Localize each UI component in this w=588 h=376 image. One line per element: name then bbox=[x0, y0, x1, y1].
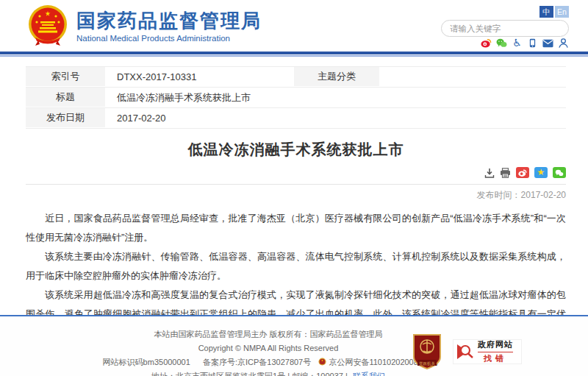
print-icon[interactable] bbox=[500, 168, 511, 178]
header-divider bbox=[0, 52, 588, 57]
gov-badge-label: 党政机关 bbox=[419, 361, 436, 366]
share-wechat-icon[interactable] bbox=[553, 167, 566, 178]
police-badge-icon bbox=[318, 358, 326, 366]
email-icon[interactable] bbox=[542, 38, 553, 49]
publish-date-value: 2017-02-20 bbox=[107, 108, 566, 128]
title-divider bbox=[26, 184, 566, 185]
find-error-text: 政府网站 找错 bbox=[478, 339, 513, 364]
publish-time-value: 2017-02-20 bbox=[521, 190, 566, 200]
brand-text: 国家药品监督管理局 National Medical Products Admi… bbox=[76, 10, 262, 43]
page-title: 低温冷冻消融手术系统获批上市 bbox=[26, 140, 566, 160]
national-emblem-logo bbox=[28, 5, 68, 46]
document-info-table: 索引号 DTXX-2017-10331 主题分类 标题 低温冷冻消融手术系统获批… bbox=[26, 66, 566, 129]
header: 国家药品监督管理局 National Medical Products Admi… bbox=[0, 0, 588, 52]
gov-site-find-error-badge[interactable]: 政府网站 找错 bbox=[453, 339, 522, 364]
search-box bbox=[441, 20, 569, 37]
lang-zh-button[interactable]: 中 bbox=[539, 6, 553, 18]
table-row: 索引号 DTXX-2017-10331 主题分类 bbox=[26, 67, 566, 88]
index-number-label: 索引号 bbox=[26, 67, 107, 87]
article-toolbar: ★ bbox=[26, 166, 566, 179]
title-value: 低温冷冻消融手术系统获批上市 bbox=[107, 88, 566, 107]
publish-time: 发布时间：2017-02-20 bbox=[26, 189, 566, 202]
address-text: 地址：北京市西城区展览路北露园1号 | 邮编：100037 | bbox=[151, 372, 348, 376]
topic-category-value bbox=[381, 67, 566, 87]
topic-category-label: 主题分类 bbox=[294, 67, 381, 87]
accessibility-icon[interactable]: ♿ bbox=[512, 38, 523, 49]
site-title: 国家药品监督管理局 bbox=[76, 10, 262, 32]
index-number-value: DTXX-2017-10331 bbox=[107, 67, 293, 87]
site-brand[interactable]: 国家药品监督管理局 National Medical Products Admi… bbox=[28, 5, 262, 46]
paragraph: 该系统主要由冷冻消融针、传输管路、低温容器、高温容器、流体电气控制系统、计算机控… bbox=[26, 247, 566, 285]
title-label: 标题 bbox=[26, 88, 107, 107]
wechat-icon[interactable] bbox=[496, 38, 507, 49]
find-error-line2: 找错 bbox=[478, 353, 513, 364]
publish-time-label: 发布时间： bbox=[477, 190, 521, 200]
paragraph: 近日，国家食品药品监督管理总局经审查，批准了海杰亚（北京）医疗器械有限公司的创新… bbox=[26, 209, 566, 247]
download-icon[interactable] bbox=[484, 168, 495, 178]
find-error-magnifier-icon bbox=[456, 343, 475, 361]
site-id-code: 网站标识码bm35000001 bbox=[103, 358, 190, 366]
table-row: 发布日期 2017-02-20 bbox=[26, 108, 566, 129]
page: 国家药品监督管理局 National Medical Products Admi… bbox=[0, 0, 588, 376]
weibo-icon[interactable] bbox=[481, 38, 492, 49]
search-input[interactable] bbox=[442, 24, 563, 33]
footer-address-line: 地址：北京市西城区展览路北露园1号 | 邮编：100037 | 联系我们 bbox=[0, 369, 537, 376]
share-qzone-icon[interactable]: ★ bbox=[534, 167, 548, 178]
mobile-icon[interactable] bbox=[527, 38, 538, 49]
table-row: 标题 低温冷冻消融手术系统获批上市 bbox=[26, 88, 566, 108]
publish-date-label: 发布日期 bbox=[26, 108, 107, 128]
icp-number: 备案序号:京ICP备13027807号 bbox=[203, 358, 311, 366]
lang-en-button[interactable]: En bbox=[555, 6, 569, 18]
footer: 本站由国家药品监督管理局主办 版权所有：国家药品监督管理局 Copyright … bbox=[0, 315, 588, 376]
user-icon[interactable] bbox=[558, 38, 569, 49]
gov-agency-badge[interactable]: 党政机关 bbox=[412, 333, 442, 370]
share-weibo-icon[interactable] bbox=[516, 167, 529, 178]
header-social-icons: ♿ bbox=[481, 38, 569, 49]
contact-us-link[interactable]: 联系我们 bbox=[353, 372, 385, 376]
language-toggle: 中 En bbox=[539, 6, 569, 18]
find-error-line1: 政府网站 bbox=[478, 339, 513, 352]
site-subtitle: National Medical Products Administration bbox=[76, 34, 262, 43]
